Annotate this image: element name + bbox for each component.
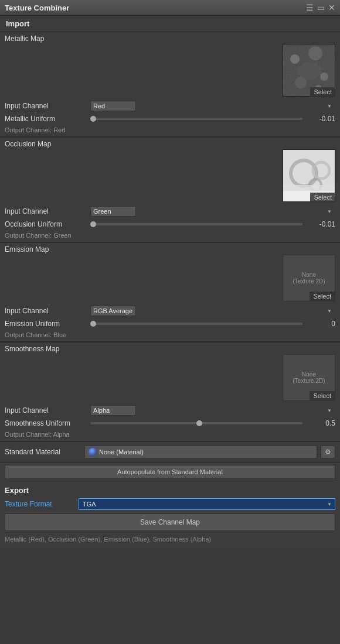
emission-input-channel-row: Input Channel Red Green Blue Alpha RGB A… bbox=[0, 304, 340, 318]
metallic-input-channel-select[interactable]: Red Green Blue Alpha RGB Average bbox=[90, 101, 136, 111]
minimize-icon[interactable]: ▭ bbox=[317, 3, 325, 12]
metallic-select-button[interactable]: Select bbox=[310, 87, 335, 97]
emission-output-channel: Output Channel: Blue bbox=[0, 330, 340, 342]
metallic-uniform-label: Metallic Uniform bbox=[5, 115, 87, 123]
occlusion-uniform-label: Occlusion Uniform bbox=[5, 220, 87, 228]
smoothness-none-box: None (Texture 2D) Select bbox=[283, 354, 335, 401]
occlusion-input-channel-wrapper: Red Green Blue Alpha RGB Average bbox=[90, 206, 335, 217]
emission-map-section: Emission Map None (Texture 2D) Select In… bbox=[0, 243, 340, 342]
occlusion-input-channel-row: Input Channel Red Green Blue Alpha RGB A… bbox=[0, 204, 340, 218]
smoothness-output-channel: Output Channel: Alpha bbox=[0, 429, 340, 441]
smoothness-map-label: Smoothness Map bbox=[0, 342, 340, 354]
gear-button[interactable]: ⚙ bbox=[321, 446, 335, 458]
emission-input-channel-select[interactable]: Red Green Blue Alpha RGB Average bbox=[90, 306, 136, 316]
metallic-input-channel-wrapper: Red Green Blue Alpha RGB Average bbox=[90, 101, 335, 111]
svg-point-3 bbox=[308, 46, 322, 60]
smoothness-input-channel-select[interactable]: Red Green Blue Alpha RGB Average bbox=[90, 405, 136, 416]
export-header: Export bbox=[5, 486, 335, 495]
occlusion-uniform-row: Occlusion Uniform -0.01 bbox=[0, 218, 340, 230]
list-icon[interactable]: ☰ bbox=[306, 3, 314, 12]
texture-format-dropdown-wrapper: TGA PNG EXR bbox=[79, 498, 335, 510]
autopopulate-button[interactable]: Autopopulate from Standard Material bbox=[5, 465, 335, 479]
emission-map-label: Emission Map bbox=[0, 243, 340, 255]
title-bar-controls: ☰ ▭ ✕ bbox=[306, 3, 335, 12]
smoothness-select-button[interactable]: Select bbox=[310, 391, 335, 400]
metallic-input-channel-row: Input Channel Red Green Blue Alpha RGB A… bbox=[0, 99, 340, 113]
save-channel-map-button[interactable]: Save Channel Map bbox=[5, 513, 335, 531]
sphere-icon bbox=[89, 448, 97, 456]
emission-uniform-label: Emission Uniform bbox=[5, 320, 87, 328]
smoothness-input-channel-label: Input Channel bbox=[5, 406, 87, 415]
standard-material-row: Standard Material None (Material) ⚙ bbox=[0, 442, 340, 463]
metallic-input-channel-label: Input Channel bbox=[5, 102, 87, 110]
title-bar-title: Texture Combiner bbox=[5, 4, 69, 12]
smoothness-input-channel-wrapper: Red Green Blue Alpha RGB Average bbox=[90, 405, 335, 416]
texture-format-row: Texture Format TGA PNG EXR bbox=[5, 498, 335, 510]
export-section: Export Texture Format TGA PNG EXR Save C… bbox=[0, 482, 340, 547]
metallic-output-channel: Output Channel: Red bbox=[0, 125, 340, 137]
import-header: Import bbox=[0, 16, 340, 32]
window-body: Import Metallic Map bbox=[0, 16, 340, 547]
occlusion-output-channel: Output Channel: Green bbox=[0, 230, 340, 242]
smoothness-uniform-slider[interactable] bbox=[90, 419, 302, 427]
smoothness-none-text: None (Texture 2D) bbox=[293, 371, 325, 384]
channel-map-info: Metallic (Red), Occlusion (Green), Emiss… bbox=[5, 535, 335, 544]
texture-format-select[interactable]: TGA PNG EXR bbox=[79, 498, 335, 510]
emission-uniform-row: Emission Uniform 0 bbox=[0, 318, 340, 330]
standard-material-value: None (Material) bbox=[99, 448, 144, 455]
standard-material-label: Standard Material bbox=[5, 448, 81, 456]
svg-point-7 bbox=[298, 62, 321, 80]
emission-uniform-slider[interactable] bbox=[90, 320, 302, 328]
occlusion-input-channel-select[interactable]: Red Green Blue Alpha RGB Average bbox=[90, 206, 136, 217]
occlusion-map-section: Occlusion Map Select Input Channel bbox=[0, 138, 340, 243]
emission-none-text: None (Texture 2D) bbox=[293, 272, 325, 285]
occlusion-thumbnail: Select bbox=[283, 149, 335, 202]
emission-uniform-value: 0 bbox=[306, 320, 335, 328]
metallic-uniform-slider[interactable] bbox=[90, 115, 302, 123]
emission-select-button[interactable]: Select bbox=[310, 292, 335, 301]
occlusion-select-button[interactable]: Select bbox=[310, 193, 335, 202]
metallic-map-label: Metallic Map bbox=[0, 32, 340, 44]
occlusion-map-label: Occlusion Map bbox=[0, 138, 340, 149]
emission-none-box: None (Texture 2D) Select bbox=[283, 255, 335, 302]
smoothness-uniform-value: 0.5 bbox=[306, 419, 335, 427]
occlusion-input-channel-label: Input Channel bbox=[5, 207, 87, 215]
smoothness-input-channel-row: Input Channel Red Green Blue Alpha RGB A… bbox=[0, 403, 340, 417]
metallic-map-section: Metallic Map bbox=[0, 32, 340, 138]
metallic-uniform-row: Metallic Uniform -0.01 bbox=[0, 113, 340, 125]
emission-input-channel-wrapper: Red Green Blue Alpha RGB Average bbox=[90, 306, 335, 316]
occlusion-uniform-slider[interactable] bbox=[90, 220, 302, 228]
smoothness-uniform-row: Smoothness Uniform 0.5 bbox=[0, 417, 340, 429]
emission-input-channel-label: Input Channel bbox=[5, 307, 87, 315]
standard-material-value-box: None (Material) bbox=[84, 446, 317, 458]
occlusion-uniform-value: -0.01 bbox=[306, 220, 335, 228]
svg-point-4 bbox=[320, 73, 328, 81]
metallic-uniform-value: -0.01 bbox=[306, 115, 335, 123]
close-icon[interactable]: ✕ bbox=[328, 3, 335, 12]
svg-point-2 bbox=[290, 54, 300, 64]
metallic-thumbnail: Select bbox=[283, 44, 335, 97]
title-bar: Texture Combiner ☰ ▭ ✕ bbox=[0, 0, 340, 16]
texture-format-label: Texture Format bbox=[5, 500, 75, 508]
smoothness-uniform-label: Smoothness Uniform bbox=[5, 419, 87, 427]
smoothness-map-section: Smoothness Map None (Texture 2D) Select … bbox=[0, 342, 340, 442]
